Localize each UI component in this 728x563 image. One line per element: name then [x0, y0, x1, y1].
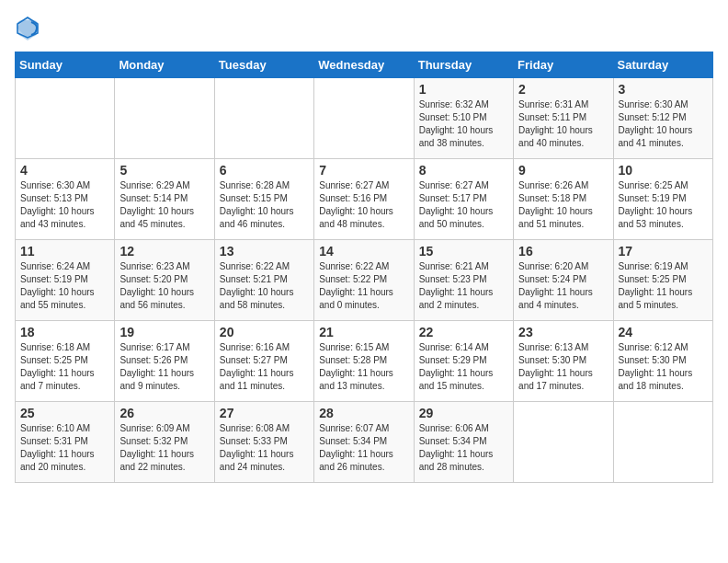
calendar-cell: 28Sunrise: 6:07 AM Sunset: 5:34 PM Dayli…	[314, 402, 414, 483]
calendar-cell: 9Sunrise: 6:26 AM Sunset: 5:18 PM Daylig…	[514, 159, 613, 240]
day-number: 12	[119, 244, 209, 259]
calendar-cell: 2Sunrise: 6:31 AM Sunset: 5:11 PM Daylig…	[514, 78, 613, 159]
day-info: Sunrise: 6:17 AM Sunset: 5:26 PM Dayligh…	[119, 341, 209, 393]
day-number: 20	[220, 325, 309, 339]
calendar-cell	[214, 78, 313, 159]
calendar-table: SundayMondayTuesdayWednesdayThursdayFrid…	[15, 52, 713, 483]
day-number: 22	[419, 325, 508, 339]
calendar-cell: 13Sunrise: 6:22 AM Sunset: 5:21 PM Dayli…	[214, 240, 313, 321]
day-number: 19	[119, 325, 209, 339]
day-info: Sunrise: 6:10 AM Sunset: 5:31 PM Dayligh…	[20, 422, 109, 474]
header-sunday: Sunday	[16, 52, 115, 78]
calendar-cell: 29Sunrise: 6:06 AM Sunset: 5:34 PM Dayli…	[414, 402, 513, 483]
header-thursday: Thursday	[414, 52, 513, 78]
day-info: Sunrise: 6:27 AM Sunset: 5:17 PM Dayligh…	[419, 179, 508, 231]
header-tuesday: Tuesday	[214, 52, 313, 78]
day-number: 27	[220, 406, 309, 420]
calendar-cell: 25Sunrise: 6:10 AM Sunset: 5:31 PM Dayli…	[16, 402, 115, 483]
logo-icon	[15, 15, 40, 40]
calendar-cell: 6Sunrise: 6:28 AM Sunset: 5:15 PM Daylig…	[214, 159, 313, 240]
day-info: Sunrise: 6:18 AM Sunset: 5:25 PM Dayligh…	[20, 341, 109, 393]
day-number: 2	[518, 82, 608, 97]
day-info: Sunrise: 6:29 AM Sunset: 5:14 PM Dayligh…	[119, 179, 209, 231]
day-info: Sunrise: 6:32 AM Sunset: 5:10 PM Dayligh…	[419, 98, 508, 150]
day-number: 3	[619, 82, 708, 97]
calendar-cell	[514, 402, 613, 483]
day-number: 23	[518, 325, 608, 339]
day-info: Sunrise: 6:07 AM Sunset: 5:34 PM Dayligh…	[319, 422, 408, 474]
calendar-cell: 17Sunrise: 6:19 AM Sunset: 5:25 PM Dayli…	[613, 240, 712, 321]
day-info: Sunrise: 6:12 AM Sunset: 5:30 PM Dayligh…	[619, 341, 708, 393]
week-row-5: 25Sunrise: 6:10 AM Sunset: 5:31 PM Dayli…	[16, 402, 713, 483]
header-wednesday: Wednesday	[314, 52, 414, 78]
header-row: SundayMondayTuesdayWednesdayThursdayFrid…	[16, 52, 713, 78]
day-number: 11	[20, 244, 109, 259]
page-header	[15, 15, 713, 40]
week-row-3: 11Sunrise: 6:24 AM Sunset: 5:19 PM Dayli…	[16, 240, 713, 321]
header-friday: Friday	[514, 52, 613, 78]
day-number: 1	[419, 82, 508, 97]
day-info: Sunrise: 6:13 AM Sunset: 5:30 PM Dayligh…	[518, 341, 608, 393]
day-info: Sunrise: 6:30 AM Sunset: 5:13 PM Dayligh…	[20, 179, 109, 231]
day-number: 8	[419, 163, 508, 178]
week-row-1: 1Sunrise: 6:32 AM Sunset: 5:10 PM Daylig…	[16, 78, 713, 159]
header-saturday: Saturday	[613, 52, 712, 78]
day-number: 16	[518, 244, 608, 259]
day-info: Sunrise: 6:25 AM Sunset: 5:19 PM Dayligh…	[619, 179, 708, 231]
day-number: 15	[419, 244, 508, 259]
calendar-cell: 7Sunrise: 6:27 AM Sunset: 5:16 PM Daylig…	[314, 159, 414, 240]
calendar-cell: 10Sunrise: 6:25 AM Sunset: 5:19 PM Dayli…	[613, 159, 712, 240]
calendar-cell: 23Sunrise: 6:13 AM Sunset: 5:30 PM Dayli…	[514, 321, 613, 402]
calendar-cell: 27Sunrise: 6:08 AM Sunset: 5:33 PM Dayli…	[214, 402, 313, 483]
day-info: Sunrise: 6:23 AM Sunset: 5:20 PM Dayligh…	[119, 260, 209, 312]
day-info: Sunrise: 6:28 AM Sunset: 5:15 PM Dayligh…	[220, 179, 309, 231]
logo	[15, 15, 44, 40]
day-number: 4	[20, 163, 109, 178]
calendar-cell: 15Sunrise: 6:21 AM Sunset: 5:23 PM Dayli…	[414, 240, 513, 321]
calendar-cell: 18Sunrise: 6:18 AM Sunset: 5:25 PM Dayli…	[16, 321, 115, 402]
day-info: Sunrise: 6:06 AM Sunset: 5:34 PM Dayligh…	[419, 422, 508, 474]
calendar-cell	[314, 78, 414, 159]
calendar-cell: 20Sunrise: 6:16 AM Sunset: 5:27 PM Dayli…	[214, 321, 313, 402]
calendar-cell: 11Sunrise: 6:24 AM Sunset: 5:19 PM Dayli…	[16, 240, 115, 321]
day-info: Sunrise: 6:21 AM Sunset: 5:23 PM Dayligh…	[419, 260, 508, 312]
day-info: Sunrise: 6:24 AM Sunset: 5:19 PM Dayligh…	[20, 260, 109, 312]
day-number: 28	[319, 406, 408, 420]
day-number: 25	[20, 406, 109, 420]
day-info: Sunrise: 6:22 AM Sunset: 5:22 PM Dayligh…	[319, 260, 408, 312]
calendar-cell: 5Sunrise: 6:29 AM Sunset: 5:14 PM Daylig…	[115, 159, 214, 240]
day-number: 17	[619, 244, 708, 259]
day-info: Sunrise: 6:26 AM Sunset: 5:18 PM Dayligh…	[518, 179, 608, 231]
day-info: Sunrise: 6:27 AM Sunset: 5:16 PM Dayligh…	[319, 179, 408, 231]
day-info: Sunrise: 6:09 AM Sunset: 5:32 PM Dayligh…	[119, 422, 209, 474]
header-monday: Monday	[115, 52, 214, 78]
calendar-cell	[613, 402, 712, 483]
day-info: Sunrise: 6:19 AM Sunset: 5:25 PM Dayligh…	[619, 260, 708, 312]
day-number: 14	[319, 244, 408, 259]
day-number: 7	[319, 163, 408, 178]
day-number: 21	[319, 325, 408, 339]
calendar-cell: 24Sunrise: 6:12 AM Sunset: 5:30 PM Dayli…	[613, 321, 712, 402]
calendar-cell	[115, 78, 214, 159]
week-row-4: 18Sunrise: 6:18 AM Sunset: 5:25 PM Dayli…	[16, 321, 713, 402]
day-info: Sunrise: 6:14 AM Sunset: 5:29 PM Dayligh…	[419, 341, 508, 393]
calendar-cell: 19Sunrise: 6:17 AM Sunset: 5:26 PM Dayli…	[115, 321, 214, 402]
week-row-2: 4Sunrise: 6:30 AM Sunset: 5:13 PM Daylig…	[16, 159, 713, 240]
day-info: Sunrise: 6:31 AM Sunset: 5:11 PM Dayligh…	[518, 98, 608, 150]
day-info: Sunrise: 6:20 AM Sunset: 5:24 PM Dayligh…	[518, 260, 608, 312]
day-info: Sunrise: 6:15 AM Sunset: 5:28 PM Dayligh…	[319, 341, 408, 393]
calendar-cell: 8Sunrise: 6:27 AM Sunset: 5:17 PM Daylig…	[414, 159, 513, 240]
day-number: 29	[419, 406, 508, 420]
day-number: 6	[220, 163, 309, 178]
day-info: Sunrise: 6:08 AM Sunset: 5:33 PM Dayligh…	[220, 422, 309, 474]
day-number: 5	[119, 163, 209, 178]
day-number: 10	[619, 163, 708, 178]
day-info: Sunrise: 6:16 AM Sunset: 5:27 PM Dayligh…	[220, 341, 309, 393]
day-info: Sunrise: 6:30 AM Sunset: 5:12 PM Dayligh…	[619, 98, 708, 150]
day-number: 13	[220, 244, 309, 259]
day-number: 9	[518, 163, 608, 178]
calendar-cell: 16Sunrise: 6:20 AM Sunset: 5:24 PM Dayli…	[514, 240, 613, 321]
calendar-cell: 22Sunrise: 6:14 AM Sunset: 5:29 PM Dayli…	[414, 321, 513, 402]
calendar-cell: 26Sunrise: 6:09 AM Sunset: 5:32 PM Dayli…	[115, 402, 214, 483]
calendar-cell: 21Sunrise: 6:15 AM Sunset: 5:28 PM Dayli…	[314, 321, 414, 402]
